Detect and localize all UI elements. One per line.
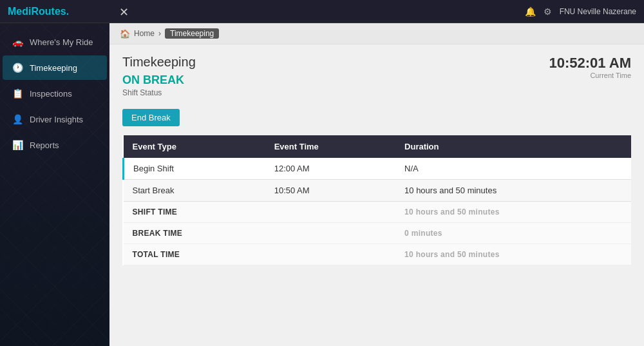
content-area: 🏠 Home › Timekeeping Timekeeping ON BREA… — [109, 23, 644, 346]
table-header-row: Event Type Event Time Duration — [124, 135, 632, 158]
summary-row-total: TOTAL TIME 10 hours and 50 minutes — [124, 244, 632, 265]
cell-duration: 10 hours and 50 minutes — [395, 180, 631, 202]
logo-text-1: MediR — [8, 6, 39, 17]
main-layout: 🚗 Where's My Ride 🕐 Timekeeping 📋 Inspec… — [0, 23, 644, 346]
settings-icon[interactable]: ⚙ — [544, 6, 552, 17]
sidebar-item-label-timekeeping: Timekeeping — [30, 63, 77, 73]
table-row: Begin Shift 12:00 AM N/A — [124, 158, 632, 180]
current-time-label: Current Time — [549, 72, 631, 79]
summary-empty — [265, 223, 395, 244]
summary-row-break: BREAK TIME 0 minutes — [124, 223, 632, 244]
summary-value-total: 10 hours and 50 minutes — [395, 244, 631, 265]
top-bar: MediRoutes. 🔔 ⚙ FNU Neville Nazerane — [0, 0, 644, 23]
sidebar-item-timekeeping[interactable]: 🕐 Timekeeping — [3, 55, 107, 80]
logo-highlight: outes — [39, 6, 66, 17]
driver-insights-icon: 👤 — [12, 113, 23, 125]
breadcrumb-separator: › — [158, 29, 161, 38]
cell-event-time: 10:50 AM — [265, 180, 395, 202]
top-bar-right: 🔔 ⚙ FNU Neville Nazerane — [525, 6, 636, 17]
status-badge: ON BREAK — [122, 73, 196, 87]
cell-event-type: Start Break — [124, 180, 265, 202]
summary-label-break: BREAK TIME — [124, 223, 265, 244]
time-display-area: Timekeeping ON BREAK Shift Status 10:52:… — [122, 55, 631, 106]
breadcrumb-home-link[interactable]: Home — [134, 29, 155, 38]
cell-event-type: Begin Shift — [124, 158, 265, 180]
shift-status-text: Shift Status — [122, 88, 196, 97]
sidebar-item-label-ride: Where's My Ride — [30, 37, 93, 47]
cell-event-time: 12:00 AM — [265, 158, 395, 180]
notifications-icon[interactable]: 🔔 — [525, 6, 536, 17]
app-logo: MediRoutes. — [8, 6, 69, 17]
page-content: Timekeeping ON BREAK Shift Status 10:52:… — [109, 44, 644, 346]
col-event-type: Event Type — [124, 135, 265, 158]
sidebar-item-label-driver-insights: Driver Insights — [30, 115, 83, 124]
sidebar-item-wheres-my-ride[interactable]: 🚗 Where's My Ride — [3, 30, 107, 54]
close-button[interactable]: ✕ — [119, 5, 129, 19]
current-time-block: 10:52:01 AM Current Time — [549, 55, 631, 79]
timekeeping-icon: 🕐 — [12, 62, 23, 73]
ride-icon: 🚗 — [12, 36, 23, 48]
sidebar-item-reports[interactable]: 📊 Reports — [3, 133, 107, 157]
cell-duration: N/A — [395, 158, 631, 180]
home-icon: 🏠 — [120, 29, 130, 39]
sidebar: 🚗 Where's My Ride 🕐 Timekeeping 📋 Inspec… — [0, 23, 109, 346]
reports-icon: 📊 — [12, 139, 23, 151]
table-row: Start Break 10:50 AM 10 hours and 50 min… — [124, 180, 632, 202]
breadcrumb-current: Timekeeping — [165, 28, 219, 39]
sidebar-item-label-inspections: Inspections — [30, 89, 72, 99]
end-break-button[interactable]: End Break — [122, 109, 180, 126]
summary-label-total: TOTAL TIME — [124, 244, 265, 265]
logo-dot: . — [66, 6, 69, 17]
col-event-time: Event Time — [265, 135, 395, 158]
col-duration: Duration — [395, 135, 631, 158]
inspections-icon: 📋 — [12, 88, 23, 99]
page-header-left: Timekeeping ON BREAK Shift Status — [122, 55, 196, 106]
breadcrumb: 🏠 Home › Timekeeping — [109, 23, 644, 44]
sidebar-item-inspections[interactable]: 📋 Inspections — [3, 81, 107, 106]
table-body: Begin Shift 12:00 AM N/A Start Break 10:… — [124, 158, 632, 265]
sidebar-item-driver-insights[interactable]: 👤 Driver Insights — [3, 107, 107, 131]
summary-value-break: 0 minutes — [395, 223, 631, 244]
table-header: Event Type Event Time Duration — [124, 135, 632, 158]
page-title: Timekeeping — [122, 55, 196, 70]
summary-empty — [265, 244, 395, 265]
user-name: FNU Neville Nazerane — [560, 7, 636, 16]
sidebar-content: 🚗 Where's My Ride 🕐 Timekeeping 📋 Inspec… — [0, 28, 109, 159]
summary-row-shift: SHIFT TIME 10 hours and 50 minutes — [124, 202, 632, 223]
summary-value-shift: 10 hours and 50 minutes — [395, 202, 631, 223]
sidebar-item-label-reports: Reports — [30, 140, 59, 150]
current-time-value: 10:52:01 AM — [549, 55, 631, 72]
summary-label-shift: SHIFT TIME — [124, 202, 265, 223]
timekeeping-table: Event Type Event Time Duration Begin Shi… — [122, 135, 631, 265]
summary-empty — [265, 202, 395, 223]
